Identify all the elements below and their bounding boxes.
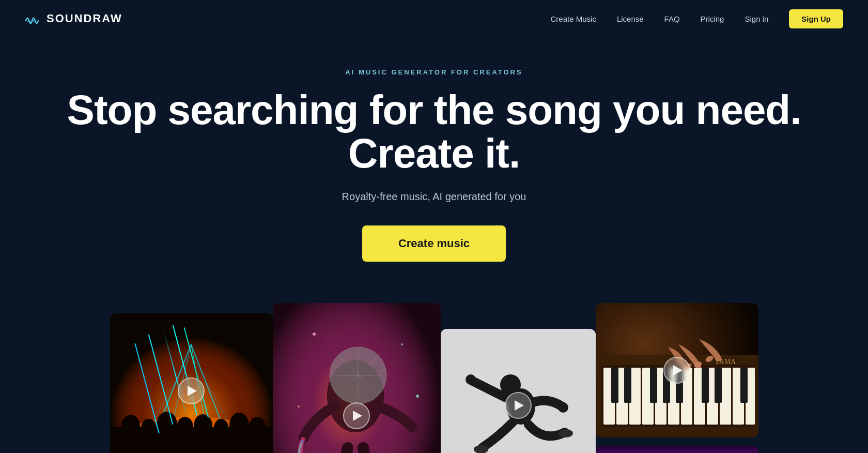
logo-icon <box>25 11 41 26</box>
svg-point-11 <box>141 419 157 437</box>
video-col-4: YAMA <box>596 303 758 453</box>
video-col-1 <box>110 313 273 453</box>
play-icon-piano <box>673 365 683 375</box>
svg-rect-92 <box>596 446 758 453</box>
hero-section: AI MUSIC GENERATOR FOR CREATORS Stop sea… <box>0 37 868 313</box>
video-thumb-sunset[interactable] <box>596 446 758 453</box>
hero-subtitle: AI MUSIC GENERATOR FOR CREATORS <box>25 68 843 76</box>
play-button-disco[interactable] <box>343 402 370 429</box>
svg-point-62 <box>559 429 573 437</box>
svg-point-13 <box>177 417 193 437</box>
hero-title: Stop searching for the song you need. Cr… <box>25 88 843 175</box>
video-grid: YAMA <box>0 313 868 453</box>
hero-title-line2: Create it. <box>348 130 520 176</box>
play-button-dancer[interactable] <box>505 392 532 419</box>
svg-rect-86 <box>715 368 722 403</box>
svg-point-64 <box>558 402 568 413</box>
nav-pricing[interactable]: Pricing <box>701 14 724 23</box>
svg-point-14 <box>194 414 212 437</box>
svg-point-15 <box>214 419 228 437</box>
video-thumb-concert[interactable] <box>110 313 273 453</box>
svg-point-10 <box>121 415 140 437</box>
svg-rect-81 <box>624 368 631 403</box>
play-button-concert[interactable] <box>178 377 205 404</box>
hero-description: Royalty-free music, AI generated for you <box>25 191 843 203</box>
video-col-3 <box>441 329 596 453</box>
nav-license[interactable]: License <box>617 14 644 23</box>
svg-point-55 <box>416 395 419 398</box>
svg-point-54 <box>298 405 300 407</box>
hero-title-line1: Stop searching for the song you need. <box>67 87 801 133</box>
play-button-piano[interactable] <box>663 357 690 384</box>
svg-rect-87 <box>740 368 748 403</box>
sunset-image <box>596 446 758 453</box>
svg-rect-80 <box>611 368 618 403</box>
video-thumb-disco[interactable] <box>273 303 441 453</box>
svg-point-63 <box>466 374 476 385</box>
disco-image <box>273 303 441 453</box>
nav-signin[interactable]: Sign in <box>745 14 768 23</box>
video-col-2 <box>273 303 441 453</box>
navbar: SOUNDRAW Create Music License FAQ Pricin… <box>0 0 868 37</box>
play-icon-concert <box>188 386 197 396</box>
nav-create-music[interactable]: Create Music <box>551 14 596 23</box>
svg-point-53 <box>401 343 403 345</box>
svg-point-12 <box>157 412 177 437</box>
dancer-image <box>441 329 596 453</box>
svg-point-17 <box>249 417 266 437</box>
svg-point-16 <box>229 413 249 437</box>
video-thumb-dancer[interactable] <box>441 329 596 453</box>
logo-text: SOUNDRAW <box>47 12 122 25</box>
nav-signup-button[interactable]: Sign Up <box>789 9 843 28</box>
svg-rect-82 <box>650 368 657 403</box>
nav-links: Create Music License FAQ Pricing Sign in… <box>551 9 843 28</box>
nav-faq[interactable]: FAQ <box>664 14 680 23</box>
svg-rect-85 <box>702 368 709 403</box>
hero-cta-button[interactable]: Create music <box>362 225 506 262</box>
video-thumb-piano[interactable]: YAMA <box>596 303 758 437</box>
logo[interactable]: SOUNDRAW <box>25 11 122 26</box>
play-icon-dancer <box>515 400 524 411</box>
svg-point-52 <box>313 333 316 336</box>
play-icon-disco <box>353 411 362 421</box>
